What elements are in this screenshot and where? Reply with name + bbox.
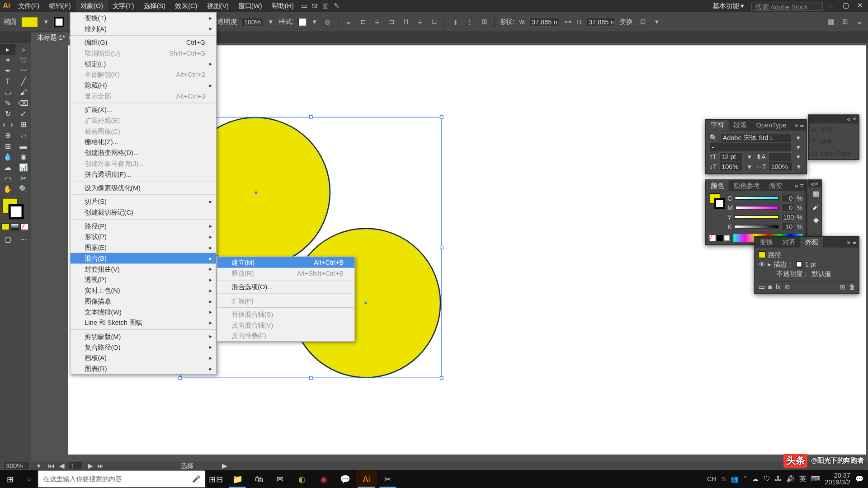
- artboard-tool[interactable]: ▭: [0, 173, 15, 184]
- rotate-tool[interactable]: ↻: [0, 108, 15, 119]
- tray-ime-icon[interactable]: 英: [799, 474, 806, 483]
- menu-item-路径(P)[interactable]: 路径(P)▸: [71, 221, 216, 231]
- menu-item-创建裁切标记(C)[interactable]: 创建裁切标记(C): [71, 207, 216, 218]
- mic-icon[interactable]: 🎤: [192, 475, 200, 483]
- tray-network-icon[interactable]: 🖧: [775, 475, 782, 483]
- dist-v-icon[interactable]: ⫿: [464, 16, 475, 27]
- menu-item-栅格化(Z)...[interactable]: 栅格化(Z)...: [71, 136, 216, 147]
- tray-cloud-icon[interactable]: ☁: [752, 475, 759, 483]
- eraser-tool[interactable]: ⌫: [15, 98, 31, 108]
- netease-icon[interactable]: ◉: [313, 470, 335, 488]
- y-value[interactable]: 100: [781, 213, 794, 221]
- align-right-icon[interactable]: ⊐: [386, 16, 397, 27]
- menu-item-复合路径(O)[interactable]: 复合路径(O)▸: [71, 342, 216, 352]
- browser-icon[interactable]: ◐: [291, 470, 313, 488]
- rectangle-tool[interactable]: ▭: [0, 87, 15, 98]
- restore-button[interactable]: ▢: [840, 2, 851, 10]
- tray-keyboard-icon[interactable]: ⌨: [811, 475, 820, 483]
- status-arrow-icon[interactable]: ▶: [222, 462, 227, 469]
- font-style-input[interactable]: [709, 142, 792, 152]
- menu-item-图像描摹[interactable]: 图像描摹▸: [71, 296, 216, 307]
- brush-tool[interactable]: 🖌: [15, 87, 31, 98]
- line-tool[interactable]: ╱: [15, 76, 31, 87]
- add-stroke-icon[interactable]: ▭: [759, 283, 764, 291]
- align-vcenter-icon[interactable]: ≑: [415, 16, 425, 27]
- eyedropper-tool[interactable]: 💧: [0, 151, 15, 162]
- task-view-icon[interactable]: ⊞⊟: [205, 470, 227, 488]
- tab-appearance[interactable]: 外观: [800, 236, 823, 248]
- menu-item-封套扭曲(V)[interactable]: 封套扭曲(V)▸: [71, 263, 216, 274]
- shape-builder-tool[interactable]: ⊕: [0, 130, 15, 141]
- opacity-input[interactable]: [242, 17, 264, 27]
- nav-last-icon[interactable]: ⏭: [97, 462, 104, 469]
- vscale-input[interactable]: [719, 162, 743, 171]
- magic-wand-tool[interactable]: ✶: [0, 55, 15, 66]
- brushes-icon[interactable]: 🖌: [808, 201, 823, 214]
- k-slider[interactable]: [734, 225, 779, 229]
- store-icon[interactable]: 🛍: [248, 470, 270, 488]
- workspace-switcher[interactable]: 基本功能 ▾: [708, 0, 749, 12]
- windows-search[interactable]: 在这里输入你要搜索的内容 🎤: [38, 470, 205, 487]
- height-input[interactable]: [586, 17, 616, 27]
- mesh-tool[interactable]: ⊞: [0, 141, 15, 152]
- link-wh-icon[interactable]: ⊶: [563, 16, 574, 27]
- width-tool[interactable]: ⟷: [0, 119, 15, 130]
- arrange-icon[interactable]: ▥: [320, 0, 331, 11]
- c-value[interactable]: 0: [781, 194, 794, 202]
- mode-gradient[interactable]: [11, 223, 19, 230]
- menu-item-变换(T)[interactable]: 变换(T)▸: [71, 13, 216, 23]
- menu-window[interactable]: 窗口(W): [233, 0, 267, 12]
- align-left-icon[interactable]: ⊏: [358, 16, 368, 27]
- pathfinder-icon[interactable]: ⊞: [479, 16, 490, 27]
- align-hcenter-icon[interactable]: ≑: [372, 16, 382, 27]
- symbols-icon[interactable]: ◆: [808, 214, 823, 227]
- doc-setup-icon[interactable]: ⊞: [840, 16, 850, 27]
- type-tool[interactable]: T: [0, 76, 15, 87]
- tab-character[interactable]: 字符: [706, 120, 729, 131]
- tab-align[interactable]: 对齐: [778, 236, 800, 248]
- leading-input[interactable]: [768, 152, 792, 162]
- stroke-proxy[interactable]: [714, 198, 725, 209]
- align-group-icon[interactable]: ≡: [343, 16, 354, 27]
- clear-icon[interactable]: ⊘: [784, 283, 790, 291]
- panel-menu-icon[interactable]: » ≡: [792, 182, 806, 189]
- menu-item-文本绕排(W)[interactable]: 文本绕排(W)▸: [71, 306, 216, 317]
- tab-opentype[interactable]: OpenType: [751, 121, 791, 130]
- tab-gradient[interactable]: 渐变: [764, 180, 787, 191]
- zoom-tool[interactable]: 🔍: [15, 184, 31, 195]
- nav-prev-icon[interactable]: ◀: [59, 462, 64, 469]
- panel-collapse-icon[interactable]: «: [847, 115, 851, 122]
- close-button[interactable]: ✕: [854, 2, 866, 10]
- menu-item-透视(P)[interactable]: 透视(P)▸: [71, 274, 216, 285]
- menu-help[interactable]: 帮助(H): [267, 0, 298, 12]
- tab-paragraph[interactable]: 段落: [729, 120, 751, 131]
- width-input[interactable]: [529, 17, 559, 27]
- explorer-icon[interactable]: 📁: [227, 470, 249, 488]
- add-effect-icon[interactable]: fx: [776, 283, 781, 291]
- menu-view[interactable]: 视图(V): [202, 0, 234, 12]
- tab-transform[interactable]: 变换: [755, 236, 778, 248]
- menu-item-排列(A)[interactable]: 排列(A)▸: [71, 23, 216, 34]
- cortana-icon[interactable]: ○: [20, 470, 38, 488]
- scale-tool[interactable]: ⤢: [15, 108, 31, 119]
- color-proxy[interactable]: [2, 198, 26, 222]
- publish-icon[interactable]: ✎: [331, 0, 342, 11]
- wechat-icon[interactable]: 💬: [334, 470, 356, 488]
- menu-item-创建渐变网格(D)...[interactable]: 创建渐变网格(D)...: [71, 147, 216, 158]
- stroke-swatch[interactable]: [54, 16, 65, 27]
- menu-select[interactable]: 选择(S): [139, 0, 170, 12]
- tray-volume-icon[interactable]: 🔊: [786, 475, 794, 483]
- panel-close-icon[interactable]: ×: [853, 115, 856, 122]
- slice-tool[interactable]: ✂: [15, 173, 31, 184]
- hand-tool[interactable]: ✋: [0, 184, 15, 195]
- align-bottom-icon[interactable]: ⊔: [429, 16, 440, 27]
- dock-char[interactable]: A字符: [809, 123, 859, 135]
- tab-guide[interactable]: 颜色参考: [729, 180, 764, 191]
- mail-icon[interactable]: ✉: [270, 470, 292, 488]
- stock-icon[interactable]: St: [309, 0, 320, 11]
- tray-up-icon[interactable]: ˄: [744, 475, 747, 483]
- submenu-item-混合选项(O)...[interactable]: 混合选项(O)...: [217, 282, 354, 292]
- direct-select-tool[interactable]: ▹: [15, 44, 31, 55]
- dock-close-icon[interactable]: «×: [811, 180, 819, 188]
- nav-next-icon[interactable]: ▶: [88, 462, 93, 469]
